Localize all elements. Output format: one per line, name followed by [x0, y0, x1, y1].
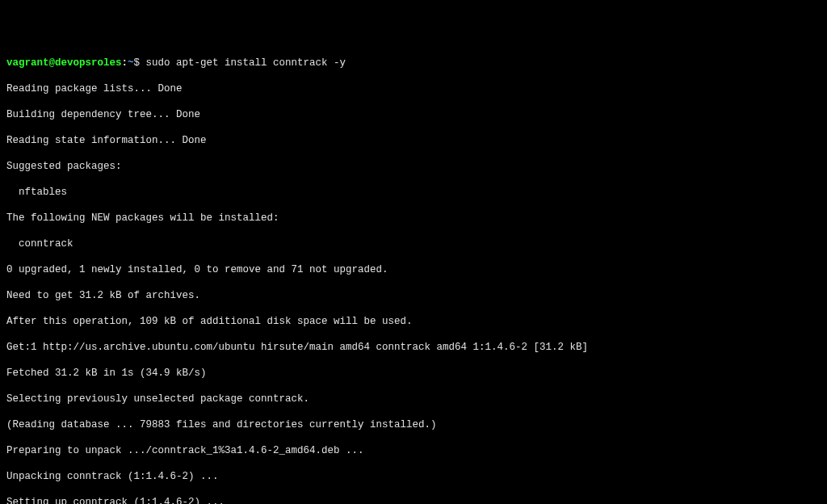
- output-line: conntrack: [6, 237, 821, 250]
- output-line: Reading state information... Done: [6, 134, 821, 147]
- output-line: Reading package lists... Done: [6, 82, 821, 95]
- output-line: Suggested packages:: [6, 160, 821, 173]
- command-text: sudo apt-get install conntrack -y: [146, 57, 346, 69]
- output-line: 0 upgraded, 1 newly installed, 0 to remo…: [6, 263, 821, 276]
- output-line: The following NEW packages will be insta…: [6, 212, 821, 225]
- separator: :: [122, 57, 128, 69]
- output-line: Preparing to unpack .../conntrack_1%3a1.…: [6, 444, 821, 457]
- output-line: Fetched 31.2 kB in 1s (34.9 kB/s): [6, 367, 821, 380]
- prompt-symbol: $: [134, 57, 146, 69]
- output-line: Setting up conntrack (1:1.4.6-2) ...: [6, 496, 821, 504]
- output-line: nftables: [6, 186, 821, 199]
- output-line: After this operation, 109 kB of addition…: [6, 315, 821, 328]
- output-line: Unpacking conntrack (1:1.4.6-2) ...: [6, 470, 821, 483]
- output-line: Building dependency tree... Done: [6, 108, 821, 121]
- output-line: Get:1 http://us.archive.ubuntu.com/ubunt…: [6, 341, 821, 354]
- cwd: ~: [128, 57, 134, 69]
- output-line: Selecting previously unselected package …: [6, 393, 821, 405]
- user-host: vagrant@devopsroles: [6, 57, 122, 69]
- prompt-line-1[interactable]: vagrant@devopsroles:~$ sudo apt-get inst…: [6, 57, 821, 69]
- output-line: Need to get 31.2 kB of archives.: [6, 289, 821, 302]
- output-line: (Reading database ... 79883 files and di…: [6, 418, 821, 431]
